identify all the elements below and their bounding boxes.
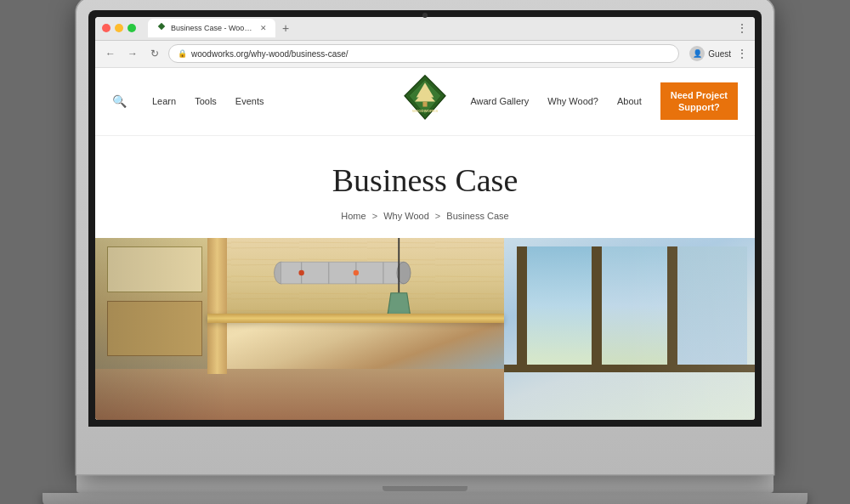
interior-scene bbox=[95, 238, 755, 420]
laptop-shell: Business Case - WoodWorks ✕ + ⋮ ← → ↻ 🔒 … bbox=[76, 0, 774, 474]
depth-overlay bbox=[95, 238, 755, 420]
cta-button[interactable]: Need Project Support? bbox=[660, 82, 738, 121]
forward-button[interactable]: → bbox=[124, 45, 141, 62]
browser-window: Business Case - WoodWorks ✕ + ⋮ ← → ↻ 🔒 … bbox=[95, 17, 755, 420]
nav-item-award-gallery[interactable]: Award Gallery bbox=[470, 96, 529, 106]
search-icon[interactable]: 🔍 bbox=[112, 94, 127, 108]
breadcrumb-home[interactable]: Home bbox=[341, 211, 366, 221]
nav-item-events[interactable]: Events bbox=[235, 96, 264, 106]
nav-item-why-wood[interactable]: Why Wood? bbox=[547, 96, 598, 106]
nav-item-learn[interactable]: Learn bbox=[152, 96, 176, 106]
close-button[interactable] bbox=[102, 24, 110, 32]
tab-title: Business Case - WoodWorks bbox=[171, 24, 256, 32]
hero-section: Business Case Home > Why Wood > Business… bbox=[95, 136, 755, 238]
minimize-button[interactable] bbox=[115, 24, 123, 32]
page-title: Business Case bbox=[112, 161, 738, 199]
breadcrumb-sep2: > bbox=[435, 211, 440, 221]
nav-links-left: Learn Tools Events bbox=[152, 96, 264, 106]
breadcrumb-current: Business Case bbox=[446, 211, 508, 221]
breadcrumb: Home > Why Wood > Business Case bbox=[112, 211, 738, 221]
more-options-icon[interactable]: ⋮ bbox=[736, 21, 748, 35]
nav-item-tools[interactable]: Tools bbox=[195, 96, 217, 106]
tab-bar: Business Case - WoodWorks ✕ + bbox=[148, 19, 728, 37]
browser-titlebar: Business Case - WoodWorks ✕ + ⋮ bbox=[95, 17, 755, 41]
tab-favicon-icon bbox=[156, 23, 167, 33]
breadcrumb-sep1: > bbox=[372, 211, 377, 221]
cta-line1: Need Project bbox=[671, 89, 728, 101]
maximize-button[interactable] bbox=[128, 24, 136, 32]
address-bar[interactable]: 🔒 woodworks.org/why-wood/business-case/ bbox=[168, 44, 679, 63]
browser-toolbar: ← → ↻ 🔒 woodworks.org/why-wood/business-… bbox=[95, 41, 755, 68]
laptop-stand bbox=[42, 493, 808, 505]
nav-links-right: Award Gallery Why Wood? About Need Proje… bbox=[470, 82, 738, 121]
browser-menu-icon[interactable]: ⋮ bbox=[736, 47, 748, 60]
back-button[interactable]: ← bbox=[102, 45, 119, 62]
refresh-button[interactable]: ↻ bbox=[146, 45, 163, 62]
guest-label: Guest bbox=[708, 49, 731, 59]
hero-image bbox=[95, 238, 755, 420]
traffic-lights bbox=[102, 24, 136, 32]
svg-text:WOODWORKS: WOODWORKS bbox=[412, 109, 438, 113]
svg-rect-0 bbox=[158, 23, 165, 30]
cta-line2: Support? bbox=[671, 101, 728, 113]
guest-avatar-icon[interactable]: 👤 bbox=[689, 46, 705, 61]
active-tab[interactable]: Business Case - WoodWorks ✕ bbox=[148, 19, 275, 37]
svg-rect-5 bbox=[422, 102, 427, 107]
website-content: 🔍 Learn Tools Events bbox=[95, 68, 755, 420]
url-text: woodworks.org/why-wood/business-case/ bbox=[191, 49, 348, 59]
site-navigation: 🔍 Learn Tools Events bbox=[95, 68, 755, 136]
breadcrumb-why-wood[interactable]: Why Wood bbox=[383, 211, 429, 221]
screen-bezel: Business Case - WoodWorks ✕ + ⋮ ← → ↻ 🔒 … bbox=[88, 10, 762, 427]
nav-item-about[interactable]: About bbox=[617, 96, 642, 106]
new-tab-button[interactable]: + bbox=[279, 21, 292, 35]
lock-icon: 🔒 bbox=[178, 49, 187, 58]
guest-area: 👤 Guest bbox=[689, 46, 731, 61]
site-logo[interactable]: WOODWORKS bbox=[400, 74, 450, 128]
laptop-base bbox=[76, 474, 774, 493]
laptop-notch bbox=[382, 486, 468, 491]
camera-dot bbox=[422, 13, 428, 18]
logo-diamond-icon: WOODWORKS bbox=[400, 74, 450, 125]
tab-close-icon[interactable]: ✕ bbox=[260, 24, 267, 32]
